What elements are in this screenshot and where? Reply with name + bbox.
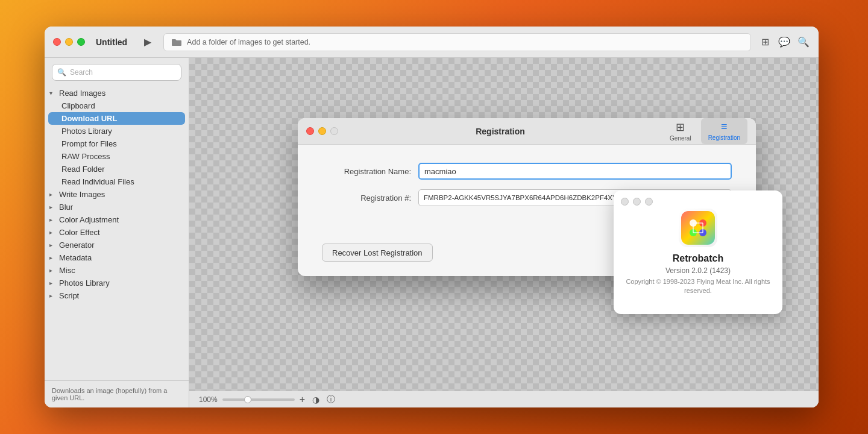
chevron-right-icon: ▸ (49, 191, 58, 198)
reg-name-label: Registration Name: (322, 167, 418, 176)
chevron-right-icon: ▸ (49, 204, 58, 210)
sidebar-child-download-url[interactable]: Download URL (48, 112, 185, 125)
chevron-right-icon: ▸ (49, 292, 58, 299)
search-icon[interactable]: 🔍 (797, 36, 810, 49)
about-panel: Retrobatch Version 2.0.2 (1423) Copyrigh… (614, 190, 782, 314)
chevron-right-icon: ▸ (49, 242, 58, 248)
about-close-button[interactable] (621, 198, 629, 206)
search-icon-sidebar: 🔍 (57, 68, 66, 77)
sidebar-child-raw-process[interactable]: RAW Process (45, 150, 189, 163)
canvas-area: Drag and drop folders 100% + ◑ ⓘ (189, 58, 819, 407)
modal-title-bar: Registration ⊞ General ≡ Registration (298, 118, 756, 145)
title-bar: Untitled ▶ Add a folder of images to get… (45, 27, 819, 58)
sidebar-item-label: Write Images (59, 190, 105, 199)
reg-hash-label: Registration #: (322, 193, 418, 203)
main-content: 🔍 Search ▾ Read Images Clipboard Downloa… (45, 58, 819, 407)
sidebar-item-label: Blur (59, 203, 73, 212)
sidebar-child-read-individual-files[interactable]: Read Individual Files (45, 175, 189, 188)
sidebar-item-blur[interactable]: ▸ Blur (45, 201, 189, 213)
sidebar-item-label: Generator (59, 241, 95, 250)
modal-minimize-button[interactable] (318, 127, 326, 135)
chat-icon[interactable]: 💬 (778, 36, 791, 49)
sidebar-footer-text: Downloads an image (hopefully) from a gi… (52, 387, 167, 401)
close-button[interactable] (53, 38, 61, 46)
sidebar-item-label: Script (59, 291, 79, 300)
chevron-right-icon: ▸ (49, 280, 58, 286)
about-app-version: Version 2.0.2 (1423) (665, 266, 731, 275)
sidebar-item-label: Photos Library (59, 278, 110, 288)
registration-icon: ≡ (721, 121, 728, 133)
about-app-copyright: Copyright © 1998-2023 Flying Meat Inc. A… (626, 277, 770, 296)
chevron-right-icon: ▸ (49, 216, 58, 223)
modal-registration-tab[interactable]: ≡ Registration (701, 118, 747, 144)
modal-close-button[interactable] (306, 127, 314, 135)
minimize-button[interactable] (65, 38, 73, 46)
chevron-down-icon: ▾ (49, 90, 58, 96)
sidebar-item-script[interactable]: ▸ Script (45, 289, 189, 302)
sidebar-child-prompt-for-files[interactable]: Prompt for Files (45, 137, 189, 150)
modal-general-tab[interactable]: ⊞ General (662, 118, 699, 144)
app-icon (679, 209, 717, 247)
about-minimize-button[interactable] (633, 198, 641, 206)
about-app-name: Retrobatch (673, 253, 723, 264)
recover-lost-button[interactable]: Recover Lost Registration (322, 244, 433, 262)
sidebar-child-read-folder[interactable]: Read Folder (45, 163, 189, 175)
modal-title: Registration (344, 127, 656, 136)
sidebar-item-photos-library-section[interactable]: ▸ Photos Library (45, 277, 189, 289)
toolbar-hint-bar: Add a folder of images to get started. (163, 33, 751, 51)
about-window-controls (621, 198, 653, 206)
sidebar-item-generator[interactable]: ▸ Generator (45, 239, 189, 251)
reg-name-input[interactable] (418, 163, 732, 180)
modal-general-label: General (670, 135, 691, 142)
zoom-button[interactable] (77, 38, 85, 46)
window-title: Untitled (96, 37, 127, 47)
toolbar-hint-text: Add a folder of images to get started. (187, 38, 310, 46)
folder-icon (171, 37, 182, 48)
sidebar: 🔍 Search ▾ Read Images Clipboard Downloa… (45, 58, 189, 407)
svg-rect-0 (681, 211, 715, 245)
sidebar-item-color-effect[interactable]: ▸ Color Effect (45, 226, 189, 239)
chevron-right-icon: ▸ (49, 229, 58, 236)
sidebar-item-metadata[interactable]: ▸ Metadata (45, 251, 189, 264)
sidebar-item-color-adjustment[interactable]: ▸ Color Adjustment (45, 213, 189, 226)
sidebar-item-label: Color Effect (59, 228, 100, 237)
modal-registration-label: Registration (708, 134, 740, 141)
traffic-lights (53, 38, 85, 46)
modal-zoom-button[interactable] (330, 127, 338, 135)
sidebar-item-label: Metadata (59, 253, 92, 262)
general-icon: ⊞ (676, 121, 685, 134)
modal-traffic-lights (306, 127, 338, 135)
sidebar-item-read-images[interactable]: ▾ Read Images (45, 87, 189, 99)
sidebar-item-label: Misc (59, 266, 75, 275)
sidebar-item-label: Color Adjustment (59, 215, 119, 224)
sidebar-item-write-images[interactable]: ▸ Write Images (45, 188, 189, 201)
search-bar[interactable]: 🔍 Search (52, 64, 181, 81)
sidebar-footer: Downloads an image (hopefully) from a gi… (45, 380, 189, 407)
sidebar-item-misc[interactable]: ▸ Misc (45, 264, 189, 277)
app-window: Untitled ▶ Add a folder of images to get… (45, 27, 819, 407)
sidebar-child-clipboard[interactable]: Clipboard (45, 99, 189, 112)
toolbar-right: ⊞ 💬 🔍 (758, 36, 810, 49)
form-row-name: Registration Name: (322, 163, 732, 180)
app-icon-svg (681, 211, 715, 245)
modal-toolbar: ⊞ General ≡ Registration (662, 118, 747, 144)
sidebar-item-label: Read Images (59, 89, 105, 98)
about-zoom-button[interactable] (645, 198, 653, 206)
chevron-right-icon: ▸ (49, 267, 58, 274)
sidebar-child-photos-library[interactable]: Photos Library (45, 125, 189, 137)
search-placeholder: Search (70, 68, 93, 77)
chevron-right-icon: ▸ (49, 254, 58, 261)
grid-icon[interactable]: ⊞ (758, 36, 772, 49)
play-button[interactable]: ▶ (139, 34, 156, 51)
